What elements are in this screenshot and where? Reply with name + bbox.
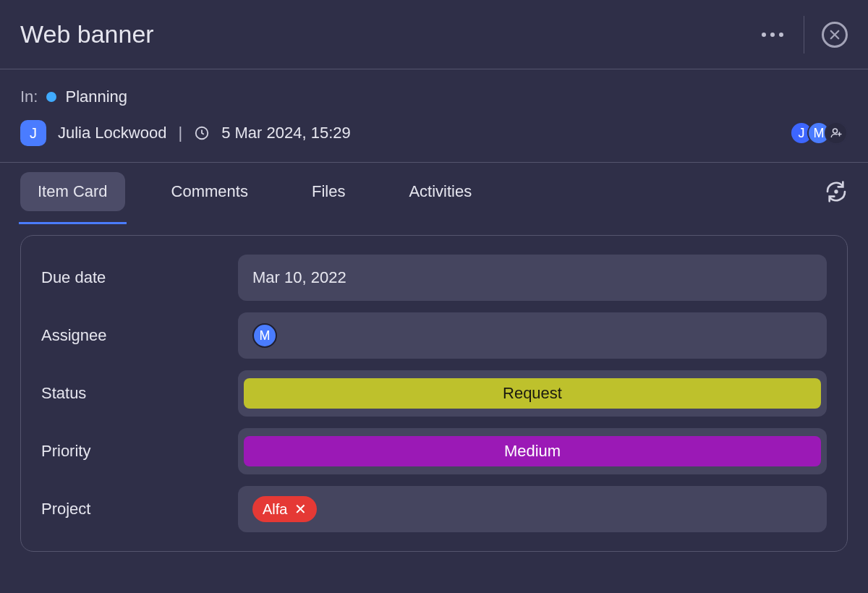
field-project: Project Alfa ✕: [41, 486, 827, 532]
field-label-due-date: Due date: [41, 268, 221, 287]
field-label-assignee: Assignee: [41, 326, 221, 345]
author-name[interactable]: Julia Lockwood: [58, 124, 166, 142]
field-label-status: Status: [41, 384, 221, 403]
field-value-assignee[interactable]: M: [238, 312, 827, 359]
close-icon[interactable]: [822, 22, 848, 48]
separator: |: [178, 124, 182, 142]
watchers: J M: [790, 121, 848, 145]
add-watcher-button[interactable]: [825, 121, 848, 145]
divider: [804, 16, 804, 54]
page-title: Web banner: [20, 20, 154, 48]
stage-dot-icon: [46, 92, 56, 102]
tab-activities[interactable]: Activities: [391, 172, 489, 211]
field-value-priority[interactable]: Medium: [238, 428, 827, 474]
field-value-due-date[interactable]: Mar 10, 2022: [238, 255, 827, 301]
field-assignee: Assignee M: [41, 312, 827, 359]
item-card-panel: Due date Mar 10, 2022 Assignee M Status …: [20, 235, 848, 552]
tab-comments[interactable]: Comments: [154, 172, 265, 211]
due-date-text: Mar 10, 2022: [252, 268, 346, 287]
project-chip-label: Alfa: [263, 501, 287, 518]
svg-point-3: [833, 129, 838, 133]
field-value-status[interactable]: Request: [238, 370, 827, 417]
clock-icon: [194, 125, 210, 141]
svg-point-6: [834, 189, 838, 193]
more-options-icon[interactable]: [762, 33, 783, 37]
tab-files[interactable]: Files: [294, 172, 362, 211]
in-label: In:: [20, 88, 38, 106]
field-label-project: Project: [41, 500, 221, 519]
remove-project-icon[interactable]: ✕: [294, 500, 307, 518]
stage-name[interactable]: Planning: [65, 88, 127, 106]
refresh-icon[interactable]: [825, 180, 848, 203]
author-avatar[interactable]: J: [20, 120, 46, 146]
field-label-priority: Priority: [41, 442, 221, 461]
field-status: Status Request: [41, 370, 827, 417]
header: Web banner: [0, 0, 868, 69]
meta-section: In: Planning J Julia Lockwood | 5 Mar 20…: [0, 69, 868, 163]
field-due-date: Due date Mar 10, 2022: [41, 255, 827, 301]
author-block: J Julia Lockwood | 5 Mar 2024, 15:29: [20, 120, 351, 146]
field-value-project[interactable]: Alfa ✕: [238, 486, 827, 532]
field-priority: Priority Medium: [41, 428, 827, 474]
author-row: J Julia Lockwood | 5 Mar 2024, 15:29 J M: [20, 113, 848, 153]
tab-item-card[interactable]: Item Card: [20, 172, 125, 211]
project-chip[interactable]: Alfa ✕: [252, 496, 317, 522]
tabs: Item Card Comments Files Activities: [20, 172, 489, 211]
stage-row: In: Planning: [20, 81, 848, 113]
header-actions: [762, 16, 848, 54]
timestamp: 5 Mar 2024, 15:29: [221, 124, 351, 142]
status-pill: Request: [244, 378, 821, 409]
assignee-avatar[interactable]: M: [252, 323, 277, 348]
priority-pill: Medium: [244, 436, 821, 466]
tabs-row: Item Card Comments Files Activities: [0, 163, 868, 221]
